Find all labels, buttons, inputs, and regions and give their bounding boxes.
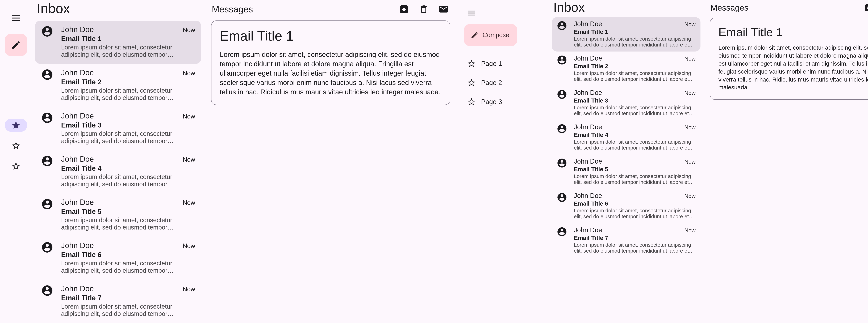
- nav-item-1[interactable]: [5, 119, 27, 132]
- email-item[interactable]: John Doe Now Email Title 7 Lorem ipsum d…: [35, 280, 201, 323]
- archive-icon: [399, 4, 409, 14]
- email-subject: Email Title 5: [61, 207, 195, 216]
- nav-item-2[interactable]: Page 2: [464, 73, 546, 92]
- star-outline-icon: [467, 97, 476, 106]
- compose-fab[interactable]: [5, 34, 27, 56]
- email-sender: John Doe: [61, 111, 179, 120]
- menu-button[interactable]: [464, 5, 479, 21]
- compose-fab[interactable]: Compose: [464, 24, 517, 46]
- email-preview: Lorem ipsum dolor sit amet, consectetur …: [574, 173, 695, 185]
- avatar-icon: [41, 155, 54, 188]
- email-sender: John Doe: [61, 284, 179, 293]
- avatar-icon: [557, 192, 567, 220]
- nav-item-2[interactable]: [5, 139, 27, 152]
- email-subject: Email Title 6: [574, 200, 695, 207]
- star-outline-icon: [11, 161, 21, 171]
- email-sender: John Doe: [574, 55, 681, 62]
- email-sender: John Doe: [61, 155, 179, 163]
- nav-label: Page 1: [481, 60, 502, 67]
- message-body: Lorem ipsum dolor sit amet, consectetur …: [220, 50, 442, 97]
- layout-expanded-rail: Compose Page 1 Page 2 Page 3 Inbox John …: [457, 0, 868, 323]
- avatar-icon: [557, 89, 567, 117]
- email-time: Now: [183, 286, 195, 293]
- message-pane: Messages Email Title 1 Lorem ipsum dolor…: [703, 0, 868, 323]
- email-preview: Lorem ipsum dolor sit amet, consectetur …: [574, 207, 695, 220]
- avatar-icon: [557, 226, 567, 254]
- email-preview: Lorem ipsum dolor sit amet, consectetur …: [61, 173, 195, 188]
- avatar-icon: [41, 284, 54, 318]
- email-time: Now: [183, 70, 195, 77]
- email-item[interactable]: John Doe Now Email Title 2 Lorem ipsum d…: [35, 64, 201, 107]
- email-preview: Lorem ipsum dolor sit amet, consectetur …: [61, 87, 195, 101]
- email-time: Now: [684, 193, 695, 199]
- nav-label: Page 2: [481, 79, 502, 87]
- email-time: Now: [684, 21, 695, 28]
- email-item[interactable]: John Doe Now Email Title 1 Lorem ipsum d…: [552, 17, 701, 52]
- email-sender: John Doe: [574, 158, 681, 165]
- archive-button[interactable]: [398, 3, 410, 15]
- email-subject: Email Title 1: [574, 28, 695, 35]
- email-item[interactable]: John Doe Now Email Title 4 Lorem ipsum d…: [552, 120, 701, 155]
- star-outline-icon: [467, 78, 476, 87]
- star-outline-icon: [11, 141, 21, 151]
- nav-item-3[interactable]: [5, 160, 27, 173]
- email-item[interactable]: John Doe Now Email Title 3 Lorem ipsum d…: [552, 86, 701, 120]
- email-preview: Lorem ipsum dolor sit amet, consectetur …: [574, 70, 695, 82]
- email-item[interactable]: John Doe Now Email Title 1 Lorem ipsum d…: [35, 21, 201, 64]
- email-time: Now: [684, 90, 695, 96]
- avatar-icon: [557, 55, 567, 82]
- avatar-icon: [557, 158, 567, 185]
- email-preview: Lorem ipsum dolor sit amet, consectetur …: [61, 130, 195, 145]
- inbox-title: Inbox: [552, 0, 701, 17]
- email-time: Now: [183, 26, 195, 34]
- email-item[interactable]: John Doe Now Email Title 3 Lorem ipsum d…: [35, 107, 201, 150]
- email-subject: Email Title 7: [61, 294, 195, 302]
- layout-compact-rail: Inbox John Doe Now Email Title 1 Lorem i…: [0, 0, 457, 323]
- nav-item-1[interactable]: Page 1: [464, 54, 546, 73]
- email-subject: Email Title 2: [61, 78, 195, 86]
- email-item[interactable]: John Doe Now Email Title 6 Lorem ipsum d…: [35, 237, 201, 280]
- message-body: Lorem ipsum dolor sit amet, consectetur …: [718, 44, 868, 91]
- avatar-icon: [557, 123, 567, 151]
- delete-button[interactable]: [418, 3, 430, 15]
- email-preview: Lorem ipsum dolor sit amet, consectetur …: [574, 139, 695, 151]
- edit-icon: [470, 31, 479, 39]
- inbox-title: Inbox: [35, 0, 201, 21]
- message-title: Email Title 1: [718, 25, 868, 39]
- nav-drawer: Compose Page 1 Page 2 Page 3: [457, 0, 549, 323]
- email-sender: John Doe: [574, 226, 681, 234]
- email-sender: John Doe: [61, 241, 179, 250]
- email-preview: Lorem ipsum dolor sit amet, consectetur …: [574, 242, 695, 254]
- avatar-icon: [557, 20, 567, 48]
- email-item[interactable]: John Doe Now Email Title 5 Lorem ipsum d…: [35, 193, 201, 237]
- email-time: Now: [684, 56, 695, 62]
- email-time: Now: [684, 159, 695, 165]
- email-item[interactable]: John Doe Now Email Title 5 Lorem ipsum d…: [552, 155, 701, 189]
- avatar-icon: [41, 111, 54, 145]
- email-subject: Email Title 3: [61, 121, 195, 129]
- email-item[interactable]: John Doe Now Email Title 4 Lorem ipsum d…: [35, 150, 201, 193]
- menu-button[interactable]: [7, 9, 25, 27]
- email-subject: Email Title 2: [574, 63, 695, 70]
- avatar-icon: [41, 198, 54, 231]
- email-item[interactable]: John Doe Now Email Title 2 Lorem ipsum d…: [552, 52, 701, 86]
- message-title: Email Title 1: [220, 28, 442, 44]
- archive-button[interactable]: [863, 2, 868, 13]
- email-time: Now: [183, 199, 195, 206]
- email-sender: John Doe: [61, 25, 179, 34]
- email-item[interactable]: John Doe Now Email Title 7 Lorem ipsum d…: [552, 223, 701, 258]
- email-item[interactable]: John Doe Now Email Title 6 Lorem ipsum d…: [552, 189, 701, 223]
- email-preview: Lorem ipsum dolor sit amet, consectetur …: [574, 36, 695, 48]
- email-subject: Email Title 1: [61, 35, 195, 43]
- email-time: Now: [183, 113, 195, 120]
- email-time: Now: [684, 227, 695, 234]
- email-preview: Lorem ipsum dolor sit amet, consectetur …: [61, 303, 195, 318]
- email-time: Now: [684, 124, 695, 131]
- email-sender: John Doe: [574, 20, 681, 28]
- nav-item-3[interactable]: Page 3: [464, 92, 546, 111]
- star-icon: [11, 120, 21, 130]
- mark-unread-button[interactable]: [437, 3, 450, 15]
- star-outline-icon: [467, 59, 476, 68]
- compose-label: Compose: [483, 31, 509, 39]
- email-sender: John Doe: [61, 68, 179, 77]
